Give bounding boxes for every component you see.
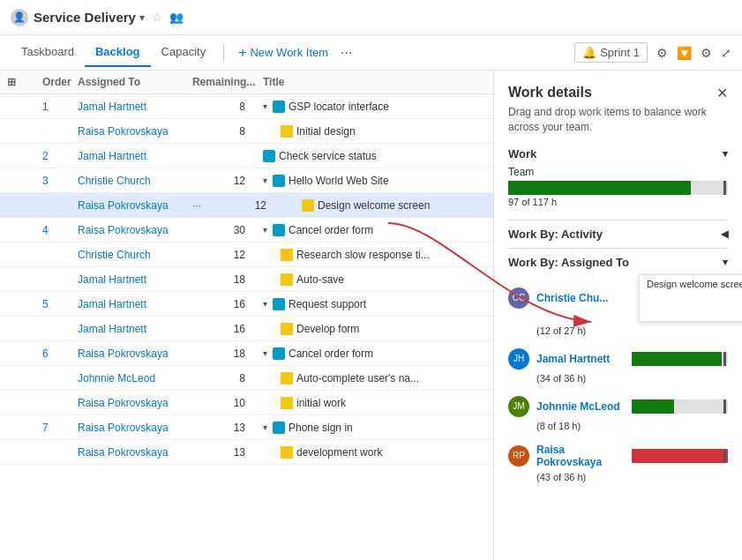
table-row: 2 Jamal Hartnett Check service status	[0, 144, 493, 168]
row-remaining: 13	[192, 446, 263, 459]
table-row: 1 Jamal Hartnett 8 ▾ GSP locator interfa…	[0, 94, 493, 119]
by-assigned-label: Work By: Assigned To	[508, 256, 629, 269]
by-activity-header[interactable]: Work By: Activity ◀	[508, 228, 728, 241]
filter-settings-icon[interactable]: ⚙	[656, 46, 668, 60]
row-assigned[interactable]: Jamal Hartnett	[78, 101, 192, 113]
progress-marker	[723, 399, 726, 414]
new-work-item-button[interactable]: + New Work Item	[231, 41, 335, 64]
work-section-content: Team 97 of 117 h	[508, 166, 728, 207]
table-row: Jamal Hartnett 16 Develop form	[0, 317, 493, 341]
person-section-johnnie: JM Johnnie McLeod (8 of 18 h)	[508, 396, 728, 431]
row-assigned[interactable]: Raisa Pokrovskaya	[78, 125, 192, 138]
person-name[interactable]: Christie Chu...	[536, 292, 625, 304]
team-icon[interactable]: 👥	[169, 11, 184, 24]
row-assigned[interactable]: Johnnie McLeod	[78, 372, 192, 385]
panel-subtitle: Drag and drop work items to balance work…	[508, 105, 728, 135]
row-title: Design welcome screen	[284, 199, 486, 212]
collapse-icon[interactable]: ▾	[263, 101, 267, 111]
item-title[interactable]: Auto-save	[296, 273, 344, 286]
item-title[interactable]: Auto-complete user's na...	[296, 372, 419, 385]
item-title[interactable]: Research slow response ti...	[296, 249, 430, 261]
favorite-star-icon[interactable]: ☆	[152, 11, 162, 24]
row-assigned[interactable]: Jamal Hartnett	[78, 150, 192, 162]
collapse-icon[interactable]: ▾	[263, 422, 267, 432]
nav-divider	[223, 44, 224, 62]
row-remaining: 8	[192, 101, 263, 113]
row-remaining: 18	[192, 347, 263, 360]
sprint-selector[interactable]: 🔔 Sprint 1	[574, 42, 648, 63]
sprint-label: Sprint 1	[600, 46, 640, 59]
tab-backlog[interactable]: Backlog	[85, 38, 151, 67]
person-name[interactable]: Raisa Pokrovskaya	[536, 444, 625, 468]
user-avatar: 👤	[11, 9, 28, 26]
team-progress-fill	[508, 181, 691, 195]
row-assigned[interactable]: Raisa Pokrovskaya	[78, 397, 192, 409]
collapse-icon[interactable]: ▾	[263, 175, 267, 185]
work-section-toggle[interactable]: ▾	[723, 148, 728, 160]
add-col-icon[interactable]: ⊞	[7, 76, 16, 88]
item-title[interactable]: initial work	[296, 397, 346, 409]
person-section-jamal: JH Jamal Hartnett (34 of 36 h)	[508, 348, 728, 384]
fullscreen-icon[interactable]: ⤢	[721, 46, 731, 60]
item-title[interactable]: Cancel order form	[289, 224, 373, 236]
close-panel-button[interactable]: ✕	[716, 85, 728, 101]
row-assigned[interactable]: Raisa Pokrovskaya	[78, 446, 192, 459]
row-assigned[interactable]: Raisa Pokrovskaya	[78, 347, 192, 360]
item-title[interactable]: Hello World Web Site	[289, 175, 389, 187]
work-details-panel: Work details ✕ Drag and drop work items …	[494, 71, 742, 560]
story-icon	[273, 347, 285, 360]
item-title[interactable]: Design welcome screen	[318, 199, 430, 212]
collapse-icon[interactable]: ▾	[263, 299, 267, 309]
item-title[interactable]: Check service status	[279, 150, 377, 162]
divider	[508, 248, 728, 249]
row-actions-button[interactable]: ···	[192, 199, 214, 212]
row-assigned[interactable]: Raisa Pokrovskaya	[78, 224, 192, 236]
collapse-icon[interactable]: ▾	[263, 348, 267, 358]
main-content: ⊞ Order Assigned To Remaining... Title 1…	[0, 71, 742, 560]
by-assigned-toggle[interactable]: ▾	[723, 257, 728, 268]
row-order: 1	[42, 101, 78, 113]
task-icon	[281, 397, 293, 409]
more-options-button[interactable]: ···	[341, 45, 352, 61]
task-icon	[281, 125, 293, 138]
story-icon	[273, 175, 285, 187]
work-section-header[interactable]: Work ▾	[508, 147, 728, 161]
item-title[interactable]: Request support	[289, 298, 366, 310]
row-title: Initial design	[263, 125, 486, 138]
person-row: RP Raisa Pokrovskaya	[508, 444, 728, 468]
person-name[interactable]: Jamal Hartnett	[536, 353, 625, 365]
row-title: development work	[263, 446, 486, 459]
item-title[interactable]: GSP locator interface	[289, 101, 389, 113]
person-progress-text: (34 of 36 h)	[536, 373, 728, 384]
person-row: JM Johnnie McLeod	[508, 396, 728, 417]
row-order: 5	[42, 298, 78, 310]
by-activity-toggle[interactable]: ◀	[721, 228, 728, 240]
col-add: ⊞	[7, 76, 42, 88]
filter-icon[interactable]: 🔽	[677, 46, 692, 60]
row-assigned[interactable]: Raisa Pokrovskaya	[78, 422, 192, 434]
table-row: Raisa Pokrovskaya 10 initial work	[0, 391, 493, 415]
item-title[interactable]: Initial design	[296, 125, 356, 138]
row-assigned[interactable]: Raisa Pokrovskaya	[78, 199, 192, 212]
row-order: 6	[42, 347, 78, 360]
project-dropdown-icon[interactable]: ▾	[139, 11, 145, 24]
row-assigned[interactable]: Jamal Hartnett	[78, 323, 192, 335]
item-title[interactable]: development work	[296, 446, 382, 459]
col-assigned-header: Assigned To	[78, 76, 192, 88]
row-assigned[interactable]: Jamal Hartnett	[78, 298, 192, 310]
item-title[interactable]: Phone sign in	[289, 422, 353, 434]
person-name[interactable]: Johnnie McLeod	[536, 400, 625, 413]
item-title[interactable]: Cancel order form	[289, 347, 373, 360]
tab-capacity[interactable]: Capacity	[151, 38, 217, 67]
collapse-icon[interactable]: ▾	[263, 225, 267, 235]
row-assigned[interactable]: Christie Church	[78, 249, 192, 261]
by-assigned-header[interactable]: Work By: Assigned To ▾	[508, 256, 728, 269]
row-assigned[interactable]: Christie Church	[78, 175, 192, 187]
item-title[interactable]: Develop form	[296, 323, 359, 335]
table-row: Raisa Pokrovskaya 13 development work	[0, 440, 493, 465]
settings-gear-icon[interactable]: ⚙	[701, 46, 712, 60]
person-progress-bar	[632, 449, 728, 463]
row-assigned[interactable]: Jamal Hartnett	[78, 273, 192, 286]
table-row: Christie Church 12 Research slow respons…	[0, 243, 493, 267]
tab-taskboard[interactable]: Taskboard	[11, 38, 85, 67]
